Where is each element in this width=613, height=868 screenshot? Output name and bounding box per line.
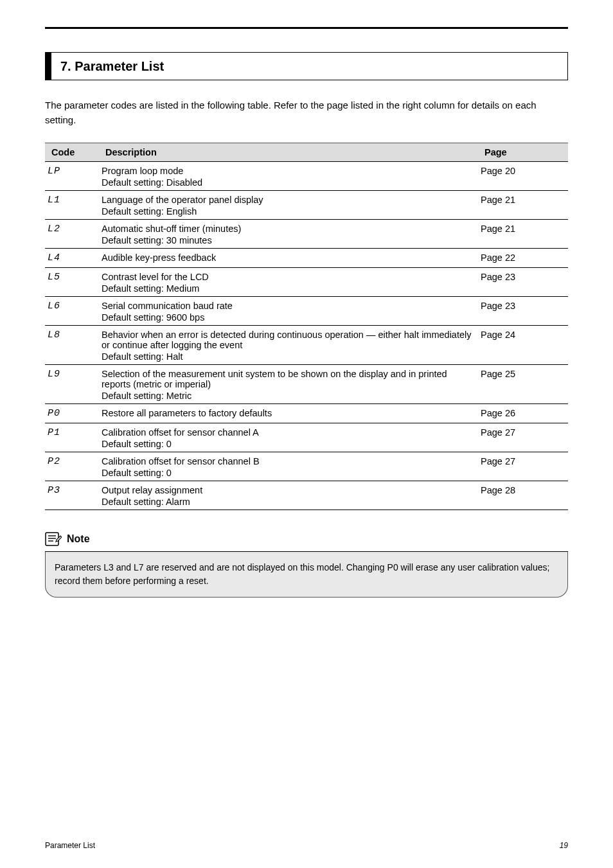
param-page: Page 23 bbox=[478, 268, 568, 297]
param-page: Page 26 bbox=[478, 404, 568, 423]
param-desc: Program loop modeDefault setting: Disabl… bbox=[99, 162, 478, 191]
param-code: L4 bbox=[45, 249, 99, 268]
table-row: L4Audible key-press feedbackPage 22 bbox=[45, 249, 568, 268]
table-row: P2Calibration offset for sensor channel … bbox=[45, 452, 568, 481]
table-row: P0Restore all parameters to factory defa… bbox=[45, 404, 568, 423]
param-code: L1 bbox=[45, 191, 99, 220]
table-row: L6Serial communication baud rateDefault … bbox=[45, 297, 568, 326]
param-default: Default setting: Disabled bbox=[102, 177, 475, 188]
param-default: Default setting: 0 bbox=[102, 468, 475, 478]
param-name: Program loop mode bbox=[102, 166, 183, 176]
param-name: Calibration offset for sensor channel A bbox=[102, 427, 259, 438]
page-footer: Parameter List 19 bbox=[45, 841, 568, 850]
table-row: L1Language of the operator panel display… bbox=[45, 191, 568, 220]
param-desc: Calibration offset for sensor channel BD… bbox=[99, 452, 478, 481]
top-rule bbox=[45, 27, 568, 29]
param-name: Serial communication baud rate bbox=[102, 301, 233, 311]
param-page: Page 27 bbox=[478, 423, 568, 452]
table-row: L5Contrast level for the LCDDefault sett… bbox=[45, 268, 568, 297]
parameter-table: Code Description Page LPProgram loop mod… bbox=[45, 143, 568, 510]
param-code: L8 bbox=[45, 326, 99, 365]
param-desc: Behavior when an error is detected durin… bbox=[99, 326, 478, 365]
param-name: Contrast level for the LCD bbox=[102, 272, 209, 282]
param-desc: Automatic shut-off timer (minutes)Defaul… bbox=[99, 220, 478, 249]
table-header-row: Code Description Page bbox=[45, 143, 568, 162]
param-desc: Contrast level for the LCDDefault settin… bbox=[99, 268, 478, 297]
note-icon bbox=[45, 531, 67, 547]
section-title-text: Parameter List bbox=[75, 59, 164, 74]
param-page: Page 21 bbox=[478, 191, 568, 220]
param-name: Automatic shut-off timer (minutes) bbox=[102, 224, 241, 234]
param-default: Default setting: 30 minutes bbox=[102, 235, 475, 245]
param-desc: Serial communication baud rateDefault se… bbox=[99, 297, 478, 326]
param-name: Restore all parameters to factory defaul… bbox=[102, 408, 272, 418]
param-default: Default setting: English bbox=[102, 206, 475, 217]
param-code: L9 bbox=[45, 365, 99, 404]
section-number: 7. bbox=[60, 59, 71, 74]
param-code: L2 bbox=[45, 220, 99, 249]
param-page: Page 20 bbox=[478, 162, 568, 191]
param-desc: Selection of the measurement unit system… bbox=[99, 365, 478, 404]
param-code: P2 bbox=[45, 452, 99, 481]
param-default: Default setting: Metric bbox=[102, 391, 475, 401]
param-default: Default setting: Alarm bbox=[102, 497, 475, 507]
param-code: L5 bbox=[45, 268, 99, 297]
param-desc: Audible key-press feedback bbox=[99, 249, 478, 268]
param-code: P0 bbox=[45, 404, 99, 423]
param-desc: Calibration offset for sensor channel AD… bbox=[99, 423, 478, 452]
param-default: Default setting: Halt bbox=[102, 351, 475, 362]
param-page: Page 22 bbox=[478, 249, 568, 268]
col-code: Code bbox=[45, 143, 99, 162]
param-page: Page 25 bbox=[478, 365, 568, 404]
param-page: Page 27 bbox=[478, 452, 568, 481]
note-label: Note bbox=[67, 533, 90, 545]
param-code: L6 bbox=[45, 297, 99, 326]
table-row: L2Automatic shut-off timer (minutes)Defa… bbox=[45, 220, 568, 249]
param-desc: Restore all parameters to factory defaul… bbox=[99, 404, 478, 423]
footer-right: 19 bbox=[560, 841, 568, 850]
param-name: Behavior when an error is detected durin… bbox=[102, 330, 472, 350]
section-header: 7. Parameter List bbox=[45, 52, 568, 80]
svg-rect-0 bbox=[46, 533, 58, 545]
param-name: Language of the operator panel display bbox=[102, 195, 263, 205]
param-page: Page 23 bbox=[478, 297, 568, 326]
param-name: Audible key-press feedback bbox=[102, 252, 216, 263]
param-desc: Language of the operator panel displayDe… bbox=[99, 191, 478, 220]
param-page: Page 24 bbox=[478, 326, 568, 365]
param-desc: Output relay assignmentDefault setting: … bbox=[99, 481, 478, 510]
param-page: Page 21 bbox=[478, 220, 568, 249]
param-page: Page 28 bbox=[478, 481, 568, 510]
col-desc: Description bbox=[99, 143, 478, 162]
param-code: P1 bbox=[45, 423, 99, 452]
table-row: LPProgram loop modeDefault setting: Disa… bbox=[45, 162, 568, 191]
col-page: Page bbox=[478, 143, 568, 162]
section-title: 7. Parameter List bbox=[51, 53, 164, 80]
table-row: P1Calibration offset for sensor channel … bbox=[45, 423, 568, 452]
param-default: Default setting: 0 bbox=[102, 439, 475, 449]
param-default: Default setting: Medium bbox=[102, 283, 475, 294]
param-name: Selection of the measurement unit system… bbox=[102, 369, 447, 389]
param-name: Calibration offset for sensor channel B bbox=[102, 456, 260, 466]
footer-left: Parameter List bbox=[45, 841, 95, 850]
note-header: Note bbox=[45, 531, 568, 552]
param-default: Default setting: 9600 bps bbox=[102, 312, 475, 323]
param-name: Output relay assignment bbox=[102, 485, 202, 495]
table-row: L8Behavior when an error is detected dur… bbox=[45, 326, 568, 365]
note-body: Parameters L3 and L7 are reserved and ar… bbox=[45, 552, 568, 598]
table-row: L9Selection of the measurement unit syst… bbox=[45, 365, 568, 404]
section-header-bar bbox=[45, 53, 51, 80]
section-intro: The parameter codes are listed in the fo… bbox=[45, 98, 568, 127]
table-row: P3Output relay assignmentDefault setting… bbox=[45, 481, 568, 510]
param-code: LP bbox=[45, 162, 99, 191]
param-code: P3 bbox=[45, 481, 99, 510]
